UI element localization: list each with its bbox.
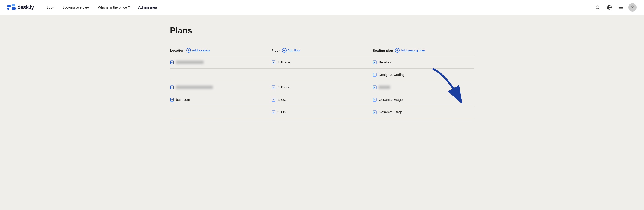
svg-rect-1 — [7, 8, 9, 10]
nav-right — [594, 3, 637, 12]
col-floor-label: Floor — [271, 48, 280, 52]
logo[interactable]: desk.ly — [7, 4, 34, 11]
nav-book[interactable]: Book — [43, 4, 57, 11]
plans-table: Location + Add location Floor + Add floo… — [170, 45, 474, 118]
cell-floor-3: 5. Etage — [271, 81, 373, 93]
cell-floor-5: 3. OG — [271, 106, 373, 118]
add-seating-button[interactable]: + Add seating plan — [395, 48, 425, 53]
add-location-label: Add location — [192, 48, 210, 52]
table-row: 1. Etage Beratung — [170, 56, 474, 69]
search-button[interactable] — [594, 4, 602, 11]
edit-seating-4-icon[interactable] — [373, 98, 377, 102]
seating-4-text: Gesamte Etage — [379, 98, 402, 101]
seating-1-text: Beratung — [379, 60, 393, 64]
edit-floor-4-icon[interactable] — [271, 98, 276, 102]
search-icon — [595, 5, 600, 10]
add-location-plus-icon: + — [186, 48, 191, 53]
edit-floor-5-icon[interactable] — [271, 110, 276, 114]
floor-1-text: 1. Etage — [277, 60, 290, 64]
cell-seating-3 — [373, 81, 474, 93]
edit-seating-2-icon[interactable] — [373, 73, 377, 77]
svg-rect-3 — [12, 7, 16, 10]
cell-location-3 — [170, 81, 271, 93]
edit-seating-3-icon[interactable] — [373, 85, 377, 89]
edit-floor-3-icon[interactable] — [271, 85, 276, 89]
logo-text: desk.ly — [18, 4, 34, 10]
svg-line-5 — [599, 8, 600, 10]
menu-button[interactable] — [617, 4, 625, 11]
location-4-text: basecom — [176, 98, 190, 101]
table-header: Location + Add location Floor + Add floo… — [170, 45, 474, 56]
user-avatar[interactable] — [628, 3, 637, 12]
edit-seating-1-icon[interactable] — [373, 60, 377, 64]
col-seating-label: Seating plan — [373, 48, 393, 52]
location-1-text — [176, 61, 204, 64]
seating-2-text: Design & Coding — [379, 73, 405, 77]
table-row: 5. Etage — [170, 81, 474, 93]
cell-seating-1: Beratung — [373, 56, 474, 68]
cell-location-2 — [170, 69, 271, 81]
floor-5-text: 3. OG — [277, 110, 286, 114]
cell-seating-2: Design & Coding — [373, 69, 474, 81]
table-row: 3. OG Gesamte Etage — [170, 106, 474, 118]
svg-point-12 — [632, 6, 633, 7]
add-floor-plus-icon: + — [282, 48, 286, 53]
add-location-button[interactable]: + Add location — [186, 48, 210, 53]
svg-rect-0 — [7, 5, 10, 7]
main-content: Plans Location + Add location Floor + Ad… — [161, 15, 483, 128]
cell-location-1 — [170, 56, 271, 68]
cell-seating-5: Gesamte Etage — [373, 106, 474, 118]
nav-links: Book Booking overview Who is in the offi… — [43, 4, 594, 11]
cell-floor-2 — [271, 69, 373, 81]
location-3-text — [176, 86, 213, 89]
seating-3-text — [379, 86, 390, 89]
edit-seating-5-icon[interactable] — [373, 110, 377, 114]
floor-4-text: 1. OG — [277, 98, 286, 101]
cell-seating-4: Gesamte Etage — [373, 93, 474, 106]
floor-3-text: 5. Etage — [277, 85, 290, 89]
cell-location-4: basecom — [170, 93, 271, 106]
cell-floor-1: 1. Etage — [271, 56, 373, 68]
col-floor-header: Floor + Add floor — [271, 48, 373, 53]
col-location-label: Location — [170, 48, 184, 52]
add-seating-plus-icon: + — [395, 48, 400, 53]
nav-admin-area[interactable]: Admin area — [135, 4, 160, 11]
edit-location-1-icon[interactable] — [170, 60, 174, 64]
globe-button[interactable] — [605, 4, 613, 11]
cell-floor-4: 1. OG — [271, 93, 373, 106]
add-seating-label: Add seating plan — [401, 48, 425, 52]
page-title: Plans — [170, 26, 474, 36]
table-row: Design & Coding — [170, 69, 474, 81]
table-row: basecom 1. OG Gesamte Et — [170, 93, 474, 106]
add-floor-button[interactable]: + Add floor — [282, 48, 300, 53]
edit-location-4-icon[interactable] — [170, 98, 174, 102]
nav-who-in-office[interactable]: Who is in the office ? — [95, 4, 133, 11]
col-seating-header: Seating plan + Add seating plan — [373, 48, 474, 53]
avatar-icon — [630, 5, 635, 10]
col-location-header: Location + Add location — [170, 48, 271, 53]
seating-5-text: Gesamte Etage — [379, 110, 402, 114]
navbar: desk.ly Book Booking overview Who is in … — [0, 0, 644, 15]
globe-icon — [607, 5, 612, 10]
edit-location-3-icon[interactable] — [170, 85, 174, 89]
hamburger-icon — [618, 5, 623, 10]
svg-rect-2 — [12, 4, 15, 7]
cell-location-5 — [170, 106, 271, 118]
edit-floor-1-icon[interactable] — [271, 60, 276, 64]
add-floor-label: Add floor — [288, 48, 300, 52]
nav-booking-overview[interactable]: Booking overview — [59, 4, 93, 11]
